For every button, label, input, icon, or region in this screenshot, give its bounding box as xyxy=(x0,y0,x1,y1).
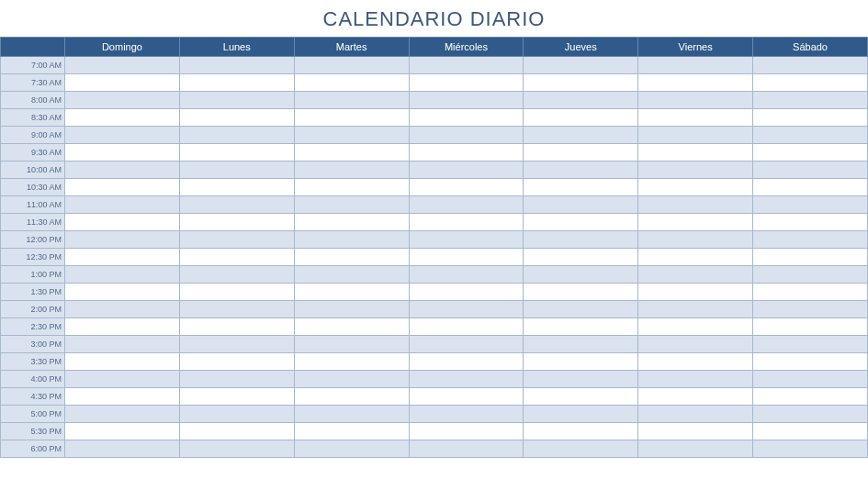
calendar-cell[interactable] xyxy=(179,196,294,214)
calendar-cell[interactable] xyxy=(409,336,524,353)
calendar-cell[interactable] xyxy=(409,196,524,214)
calendar-cell[interactable] xyxy=(294,336,409,353)
calendar-cell[interactable] xyxy=(638,144,753,162)
calendar-cell[interactable] xyxy=(524,144,638,162)
calendar-cell[interactable] xyxy=(294,92,409,109)
calendar-cell[interactable] xyxy=(409,179,524,196)
calendar-cell[interactable] xyxy=(638,109,753,127)
calendar-cell[interactable] xyxy=(179,162,294,179)
calendar-cell[interactable] xyxy=(409,388,524,406)
calendar-cell[interactable] xyxy=(179,92,294,109)
calendar-cell[interactable] xyxy=(65,144,180,162)
calendar-cell[interactable] xyxy=(524,214,638,231)
calendar-cell[interactable] xyxy=(179,231,294,249)
calendar-cell[interactable] xyxy=(179,318,294,336)
calendar-cell[interactable] xyxy=(65,284,180,301)
calendar-cell[interactable] xyxy=(753,440,868,458)
calendar-cell[interactable] xyxy=(638,353,753,371)
calendar-cell[interactable] xyxy=(524,353,638,371)
calendar-cell[interactable] xyxy=(524,249,638,266)
calendar-cell[interactable] xyxy=(294,179,409,196)
calendar-cell[interactable] xyxy=(65,423,180,440)
calendar-cell[interactable] xyxy=(524,109,638,127)
calendar-cell[interactable] xyxy=(753,92,868,109)
calendar-cell[interactable] xyxy=(753,162,868,179)
calendar-cell[interactable] xyxy=(179,144,294,162)
calendar-cell[interactable] xyxy=(524,231,638,249)
calendar-cell[interactable] xyxy=(409,249,524,266)
calendar-cell[interactable] xyxy=(524,336,638,353)
calendar-cell[interactable] xyxy=(294,162,409,179)
calendar-cell[interactable] xyxy=(638,179,753,196)
calendar-cell[interactable] xyxy=(524,406,638,423)
calendar-cell[interactable] xyxy=(524,301,638,318)
calendar-cell[interactable] xyxy=(524,266,638,284)
calendar-cell[interactable] xyxy=(65,57,180,74)
calendar-cell[interactable] xyxy=(753,179,868,196)
calendar-cell[interactable] xyxy=(294,74,409,92)
calendar-cell[interactable] xyxy=(753,371,868,388)
calendar-cell[interactable] xyxy=(179,301,294,318)
calendar-cell[interactable] xyxy=(294,353,409,371)
calendar-cell[interactable] xyxy=(638,423,753,440)
calendar-cell[interactable] xyxy=(179,74,294,92)
calendar-cell[interactable] xyxy=(409,301,524,318)
calendar-cell[interactable] xyxy=(294,406,409,423)
calendar-cell[interactable] xyxy=(753,336,868,353)
calendar-cell[interactable] xyxy=(409,423,524,440)
calendar-cell[interactable] xyxy=(753,127,868,144)
calendar-cell[interactable] xyxy=(638,406,753,423)
calendar-cell[interactable] xyxy=(294,440,409,458)
calendar-cell[interactable] xyxy=(409,231,524,249)
calendar-cell[interactable] xyxy=(638,196,753,214)
calendar-cell[interactable] xyxy=(753,109,868,127)
calendar-cell[interactable] xyxy=(294,57,409,74)
calendar-cell[interactable] xyxy=(409,353,524,371)
calendar-cell[interactable] xyxy=(65,162,180,179)
calendar-cell[interactable] xyxy=(65,231,180,249)
calendar-cell[interactable] xyxy=(179,353,294,371)
calendar-cell[interactable] xyxy=(409,266,524,284)
calendar-cell[interactable] xyxy=(753,249,868,266)
calendar-cell[interactable] xyxy=(65,196,180,214)
calendar-cell[interactable] xyxy=(65,127,180,144)
calendar-cell[interactable] xyxy=(753,196,868,214)
calendar-cell[interactable] xyxy=(179,284,294,301)
calendar-cell[interactable] xyxy=(524,318,638,336)
calendar-cell[interactable] xyxy=(294,144,409,162)
calendar-cell[interactable] xyxy=(638,284,753,301)
calendar-cell[interactable] xyxy=(753,423,868,440)
calendar-cell[interactable] xyxy=(179,423,294,440)
calendar-cell[interactable] xyxy=(638,57,753,74)
calendar-cell[interactable] xyxy=(179,109,294,127)
calendar-cell[interactable] xyxy=(294,388,409,406)
calendar-cell[interactable] xyxy=(753,214,868,231)
calendar-cell[interactable] xyxy=(638,266,753,284)
calendar-cell[interactable] xyxy=(409,74,524,92)
calendar-cell[interactable] xyxy=(65,301,180,318)
calendar-cell[interactable] xyxy=(638,214,753,231)
calendar-cell[interactable] xyxy=(409,144,524,162)
calendar-cell[interactable] xyxy=(524,57,638,74)
calendar-cell[interactable] xyxy=(524,423,638,440)
calendar-cell[interactable] xyxy=(179,57,294,74)
calendar-cell[interactable] xyxy=(65,440,180,458)
calendar-cell[interactable] xyxy=(294,423,409,440)
calendar-cell[interactable] xyxy=(409,127,524,144)
calendar-cell[interactable] xyxy=(294,127,409,144)
calendar-cell[interactable] xyxy=(638,74,753,92)
calendar-cell[interactable] xyxy=(638,388,753,406)
calendar-cell[interactable] xyxy=(65,214,180,231)
calendar-cell[interactable] xyxy=(294,231,409,249)
calendar-cell[interactable] xyxy=(753,301,868,318)
calendar-cell[interactable] xyxy=(65,266,180,284)
calendar-cell[interactable] xyxy=(409,214,524,231)
calendar-cell[interactable] xyxy=(179,266,294,284)
calendar-cell[interactable] xyxy=(409,109,524,127)
calendar-cell[interactable] xyxy=(65,336,180,353)
calendar-cell[interactable] xyxy=(638,162,753,179)
calendar-cell[interactable] xyxy=(409,284,524,301)
calendar-cell[interactable] xyxy=(294,196,409,214)
calendar-cell[interactable] xyxy=(409,318,524,336)
calendar-cell[interactable] xyxy=(524,179,638,196)
